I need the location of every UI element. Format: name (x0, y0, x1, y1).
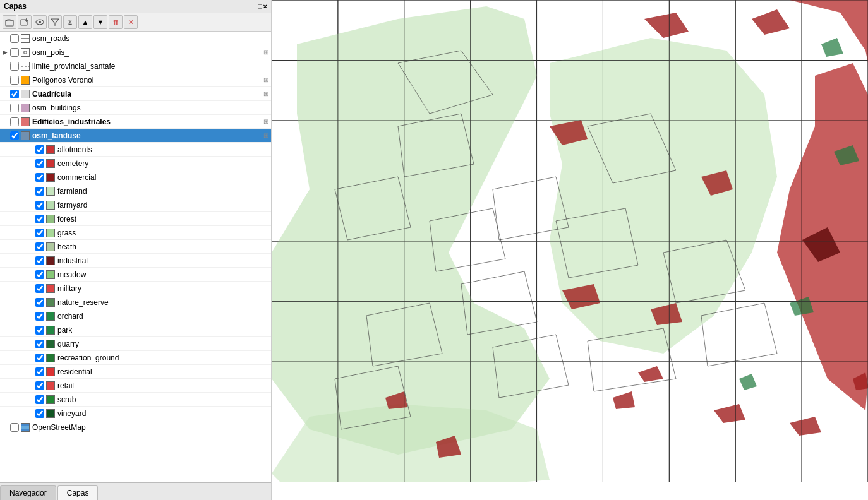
layer-item-military[interactable]: military (0, 282, 271, 295)
tab-capas[interactable]: Capas (57, 485, 99, 500)
panel-header: Capas □ × (0, 0, 271, 13)
checkbox-orchard[interactable] (35, 312, 44, 321)
layer-item-osm_landuse[interactable]: osm_landuse⊞ (0, 129, 271, 143)
layer-item-limite_provincial[interactable]: limite_provincial_santafe (0, 59, 271, 73)
layer-icon-poligonos_voronoi (21, 76, 30, 85)
layer-name-limite_provincial: limite_provincial_santafe (32, 62, 115, 71)
checkbox-allotments[interactable] (35, 145, 44, 154)
layer-item-nature_reserve[interactable]: nature_reserve (0, 295, 271, 309)
filter-button[interactable] (48, 15, 62, 29)
layer-item-heath[interactable]: heath (0, 240, 271, 254)
layer-extra-osm_pois[interactable]: ⊞ (263, 49, 268, 56)
layer-name-military: military (57, 284, 81, 293)
layer-item-commercial[interactable]: commercial (0, 170, 271, 184)
checkbox-meadow[interactable] (35, 270, 44, 279)
layer-item-grass[interactable]: grass (0, 226, 271, 240)
layer-name-forest: forest (57, 215, 76, 223)
layer-icon-cemetery (46, 159, 55, 168)
checkbox-recreation_ground[interactable] (35, 354, 44, 362)
checkbox-quarry[interactable] (35, 340, 44, 348)
layer-extra-edificios_industriales[interactable]: ⊞ (263, 118, 268, 125)
checkbox-scrub[interactable] (35, 395, 44, 404)
checkbox-residential[interactable] (35, 367, 44, 376)
open-layer-button[interactable] (3, 15, 16, 29)
checkbox-osm_pois[interactable] (10, 48, 19, 57)
layer-item-recreation_ground[interactable]: recreation_ground (0, 351, 271, 365)
checkbox-park[interactable] (35, 326, 44, 335)
layer-item-poligonos_voronoi[interactable]: Polígonos Voronoi⊞ (0, 73, 271, 87)
layer-item-meadow[interactable]: meadow (0, 268, 271, 282)
move-down-button[interactable]: ▼ (93, 15, 107, 29)
checkbox-edificios_industriales[interactable] (10, 117, 19, 126)
close-icon[interactable]: × (263, 3, 267, 10)
checkbox-grass[interactable] (35, 229, 44, 237)
layer-icon-residential (46, 367, 55, 376)
checkbox-osm_roads[interactable] (10, 34, 19, 43)
checkbox-nature_reserve[interactable] (35, 298, 44, 307)
layer-item-openstreetmap[interactable]: OpenStreetMap (0, 420, 271, 434)
layer-item-forest[interactable]: forest (0, 212, 271, 226)
move-up-button[interactable]: ▲ (78, 15, 92, 29)
main-container: Capas □ × Σ ▲ ▼ 🗑 ✕ (0, 0, 868, 500)
add-layer-button[interactable] (18, 15, 32, 29)
checkbox-limite_provincial[interactable] (10, 62, 19, 71)
layer-item-scrub[interactable]: scrub (0, 393, 271, 407)
checkbox-heath[interactable] (35, 242, 44, 251)
layer-item-farmland[interactable]: farmland (0, 184, 271, 198)
layer-item-cemetery[interactable]: cemetery (0, 157, 271, 170)
expression-button[interactable]: Σ (63, 15, 77, 29)
svg-point-9 (25, 51, 27, 53)
layer-item-retail[interactable]: retail (0, 379, 271, 393)
layer-item-osm_roads[interactable]: osm_roads (0, 32, 271, 45)
layer-name-cuadricula: Cuadrícula (32, 90, 71, 98)
layer-item-park[interactable]: park (0, 323, 271, 337)
layer-item-osm_buildings[interactable]: osm_buildings (0, 101, 271, 115)
layer-item-vineyard[interactable]: vineyard (0, 407, 271, 420)
layer-icon-scrub (46, 395, 55, 404)
checkbox-poligonos_voronoi[interactable] (10, 76, 19, 85)
layer-name-osm_buildings: osm_buildings (32, 104, 81, 112)
layer-item-industrial[interactable]: industrial (0, 254, 271, 268)
show-all-button[interactable] (33, 15, 47, 29)
tab-navegador[interactable]: Navegador (0, 485, 56, 500)
layer-extra-cuadricula[interactable]: ⊞ (263, 90, 268, 97)
checkbox-farmland[interactable] (35, 187, 44, 196)
remove-layer-button[interactable]: 🗑 (109, 15, 123, 29)
layer-icon-military (46, 284, 55, 293)
checkbox-farmyard[interactable] (35, 201, 44, 210)
checkbox-cuadricula[interactable] (10, 90, 19, 98)
checkbox-openstreetmap[interactable] (10, 423, 19, 432)
layer-item-allotments[interactable]: allotments (0, 143, 271, 157)
layer-icon-osm_buildings (21, 104, 30, 112)
checkbox-military[interactable] (35, 284, 44, 293)
checkbox-forest[interactable] (35, 215, 44, 223)
layer-item-cuadricula[interactable]: Cuadrícula⊞ (0, 87, 271, 101)
layers-list[interactable]: osm_roads▶osm_pois_⊞limite_provincial_sa… (0, 32, 271, 482)
checkbox-retail[interactable] (35, 381, 44, 390)
checkbox-cemetery[interactable] (35, 159, 44, 168)
checkbox-vineyard[interactable] (35, 409, 44, 418)
layer-name-cemetery: cemetery (57, 159, 88, 168)
layer-extra-poligonos_voronoi[interactable]: ⊞ (263, 76, 268, 83)
layer-item-quarry[interactable]: quarry (0, 337, 271, 351)
checkbox-osm_landuse[interactable] (10, 131, 19, 140)
layer-name-park: park (57, 326, 72, 335)
layer-item-osm_pois[interactable]: ▶osm_pois_⊞ (0, 45, 271, 59)
restore-icon[interactable]: □ (258, 3, 262, 10)
layer-extra-osm_landuse[interactable]: ⊞ (263, 132, 268, 139)
layer-item-edificios_industriales[interactable]: Edificios_industriales⊞ (0, 115, 271, 129)
layer-name-osm_landuse: osm_landuse (32, 131, 81, 140)
layer-icon-openstreetmap (21, 423, 30, 432)
cancel-button[interactable]: ✕ (124, 15, 138, 29)
layer-item-farmyard[interactable]: farmyard (0, 198, 271, 212)
checkbox-commercial[interactable] (35, 173, 44, 182)
layer-name-openstreetmap: OpenStreetMap (32, 423, 86, 432)
checkbox-industrial[interactable] (35, 256, 44, 265)
layer-icon-vineyard (46, 409, 55, 418)
checkbox-osm_buildings[interactable] (10, 104, 19, 112)
layer-name-poligonos_voronoi: Polígonos Voronoi (32, 76, 93, 85)
expand-icon-osm_pois[interactable]: ▶ (3, 49, 10, 56)
bottom-tabs: Navegador Capas (0, 482, 271, 500)
layer-item-orchard[interactable]: orchard (0, 309, 271, 323)
layer-item-residential[interactable]: residential (0, 365, 271, 379)
